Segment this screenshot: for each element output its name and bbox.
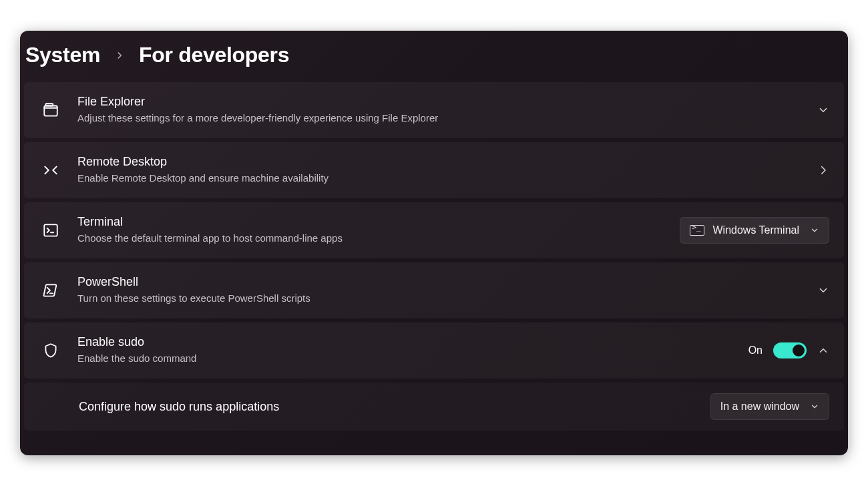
svg-rect-2 (44, 224, 57, 236)
terminal-icon (39, 222, 63, 239)
dropdown-selected: Windows Terminal (712, 224, 799, 236)
breadcrumb-current: For developers (139, 43, 289, 67)
toggle-state-label: On (748, 344, 763, 356)
row-subtitle: Adjust these settings for a more develop… (77, 111, 803, 125)
chevron-right-icon[interactable] (817, 164, 829, 176)
row-title: Terminal (77, 215, 665, 229)
row-remote-desktop[interactable]: Remote Desktop Enable Remote Desktop and… (24, 142, 844, 198)
svg-rect-1 (45, 103, 53, 105)
settings-rows: File Explorer Adjust these settings for … (20, 82, 848, 431)
settings-panel: System For developers File Explorer Adju… (20, 31, 848, 455)
row-title: Enable sudo (77, 335, 734, 349)
svg-rect-0 (44, 106, 57, 116)
chevron-up-icon[interactable] (817, 344, 829, 356)
toggle-knob (793, 344, 805, 356)
row-file-explorer[interactable]: File Explorer Adjust these settings for … (24, 82, 844, 138)
shield-icon (39, 342, 63, 359)
row-title: Configure how sudo runs applications (79, 400, 696, 414)
row-sudo-mode: Configure how sudo runs applications In … (24, 383, 844, 431)
powershell-icon (39, 282, 63, 299)
row-enable-sudo: Enable sudo Enable the sudo command On (24, 322, 844, 379)
row-title: Remote Desktop (77, 155, 803, 169)
row-subtitle: Turn on these settings to execute PowerS… (77, 292, 803, 305)
terminal-app-dropdown[interactable]: Windows Terminal (680, 217, 829, 244)
row-title: PowerShell (77, 275, 803, 289)
sudo-mode-dropdown[interactable]: In a new window (710, 393, 829, 420)
row-powershell[interactable]: PowerShell Turn on these settings to exe… (24, 262, 844, 318)
file-explorer-icon (39, 101, 63, 119)
row-text: Enable sudo Enable the sudo command (77, 335, 734, 365)
remote-desktop-icon (39, 162, 63, 179)
row-subtitle: Enable the sudo command (77, 352, 734, 365)
dropdown-selected: In a new window (720, 401, 799, 413)
chevron-down-icon[interactable] (817, 104, 829, 116)
windows-terminal-icon (690, 225, 704, 236)
enable-sudo-toggle[interactable] (773, 342, 807, 358)
row-text: Configure how sudo runs applications (79, 400, 696, 414)
row-terminal: Terminal Choose the default terminal app… (24, 202, 844, 258)
row-subtitle: Enable Remote Desktop and ensure machine… (77, 172, 803, 185)
breadcrumb-root[interactable]: System (25, 43, 100, 67)
chevron-right-icon (115, 49, 124, 62)
chevron-down-icon[interactable] (817, 284, 829, 296)
row-title: File Explorer (77, 95, 803, 109)
row-text: PowerShell Turn on these settings to exe… (77, 275, 803, 305)
chevron-down-icon (810, 226, 819, 235)
breadcrumb: System For developers (20, 31, 848, 82)
row-text: Terminal Choose the default terminal app… (77, 215, 665, 245)
row-text: Remote Desktop Enable Remote Desktop and… (77, 155, 803, 185)
row-subtitle: Choose the default terminal app to host … (77, 232, 665, 245)
row-text: File Explorer Adjust these settings for … (77, 95, 803, 125)
chevron-down-icon (810, 402, 819, 411)
